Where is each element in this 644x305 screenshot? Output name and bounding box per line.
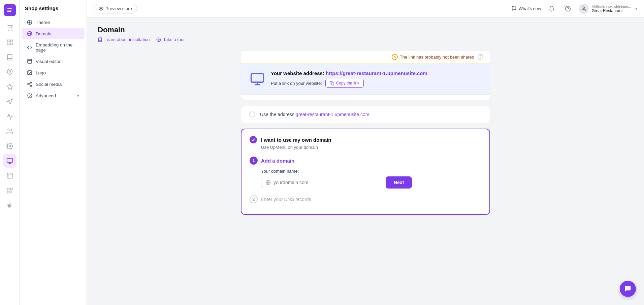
own-domain-check-icon [250, 136, 257, 143]
next-button[interactable]: Next [386, 176, 412, 189]
domain-input-section: Your domain name: Next [261, 169, 481, 189]
use-address-text: Use the address great-restaurant-1.upmen… [260, 112, 369, 117]
nav-icon-users[interactable] [3, 125, 17, 138]
embedding-icon [27, 45, 32, 50]
take-tour-link[interactable]: Take a tour [156, 37, 185, 42]
nav-icon-book[interactable] [3, 50, 17, 64]
top-header: Preview store What's new klkfljiphinnpkj… [87, 0, 644, 18]
own-domain-subtitle: Use UpMenu on your domain [261, 145, 481, 150]
copy-link-button[interactable]: Copy the link [325, 79, 364, 88]
nav-item-theme[interactable]: Theme [22, 16, 85, 28]
nav-icon-analytics[interactable] [3, 110, 17, 123]
svg-marker-37 [158, 39, 160, 40]
svg-rect-17 [10, 188, 12, 190]
copy-icon [330, 81, 334, 86]
own-domain-title: I want to use my own domain [261, 137, 331, 143]
step-1-header: 1 Add a domain [250, 157, 481, 165]
use-address-radio[interactable] [249, 111, 255, 117]
warning-banner: ✕ The link has probably not been shared … [241, 50, 490, 64]
domain-icon [27, 31, 32, 36]
domain-input-label: Your domain name: [261, 169, 481, 174]
user-details: klkfljiphinnpkjlsf@tmm... Great Restaura… [591, 4, 631, 13]
svg-point-24 [29, 72, 29, 72]
nav-icon-rocket[interactable] [3, 199, 17, 212]
warning-help-icon[interactable]: ? [478, 54, 483, 60]
svg-point-30 [29, 95, 30, 96]
svg-point-9 [9, 145, 10, 147]
step-1-number: 1 [250, 157, 258, 165]
svg-line-29 [29, 83, 31, 84]
nav-item-logo[interactable]: Logo [22, 67, 85, 78]
preview-store-button[interactable]: Preview store [94, 4, 137, 13]
svg-point-26 [28, 83, 29, 85]
nav-item-visual-editor[interactable]: Visual editor [22, 56, 85, 67]
svg-rect-16 [7, 188, 9, 190]
chat-bubble-button[interactable] [620, 281, 636, 297]
svg-rect-41 [331, 82, 334, 85]
step-1-section: 1 Add a domain Your domain name: Next [250, 157, 481, 189]
svg-rect-22 [28, 59, 32, 63]
domain-name-input[interactable] [273, 180, 378, 185]
shop-settings-title: Shop settings [20, 5, 87, 16]
social-media-icon [27, 81, 32, 87]
step-2-section: 2 Enter your DNS records [250, 195, 481, 203]
svg-rect-13 [7, 173, 12, 178]
page-subtitle-bar: Learn about installation Take a tour [98, 37, 633, 42]
header-right: What's new klkfljiphinnpkjlsf@tmm... Gre… [511, 3, 637, 14]
svg-point-0 [8, 30, 9, 31]
learn-installation-link[interactable]: Learn about installation [98, 37, 150, 42]
whats-new-button[interactable]: What's new [511, 6, 541, 11]
page-content: Domain Learn about installation Take a t… [87, 18, 644, 305]
nav-icon-star[interactable] [3, 80, 17, 94]
help-button[interactable] [562, 3, 573, 14]
nav-item-social-media[interactable]: Social media [22, 78, 85, 90]
put-link-row: Put a link on your website: Copy the lin… [271, 79, 482, 88]
step-2-title: Enter your DNS records [261, 197, 311, 202]
nav-icon-settings[interactable] [3, 139, 17, 153]
nav-item-embedding[interactable]: Embedding on the page [22, 39, 85, 56]
bell-icon [549, 6, 555, 12]
monitor-icon [249, 71, 265, 87]
question-icon [565, 6, 571, 12]
website-address-content: Your website address: https://great-rest… [271, 70, 482, 88]
domain-input-row: Next [261, 176, 481, 189]
domain-input-wrapper [261, 177, 382, 188]
nav-item-advanced[interactable]: Advanced ▾ [22, 90, 85, 101]
nav-icon-shop-settings[interactable] [3, 154, 17, 168]
nav-icon-megaphone[interactable] [3, 95, 17, 108]
tour-icon [156, 37, 161, 42]
use-address-url[interactable]: great-restaurant-1.upmenusite.com [296, 112, 369, 117]
advanced-icon [27, 93, 32, 98]
user-menu[interactable]: klkfljiphinnpkjlsf@tmm... Great Restaura… [579, 4, 637, 14]
svg-point-1 [11, 30, 12, 31]
svg-point-25 [30, 82, 32, 83]
flag-icon [511, 6, 517, 11]
website-url-link[interactable]: https://great-restaurant-1.upmenusite.co… [326, 70, 427, 76]
user-chevron-icon: ▾ [635, 6, 637, 11]
website-card: ✕ The link has probably not been shared … [241, 50, 490, 100]
visual-editor-icon [27, 59, 32, 64]
own-domain-card: I want to use my own domain Use UpMenu o… [241, 129, 490, 215]
icon-sidebar [0, 0, 20, 305]
svg-rect-18 [7, 191, 9, 193]
step-1-title: Add a domain [261, 158, 294, 164]
eye-icon [99, 6, 103, 11]
nav-icon-location[interactable] [3, 65, 17, 79]
svg-marker-7 [7, 84, 12, 90]
step-2-number: 2 [250, 195, 258, 203]
notifications-button[interactable] [546, 3, 557, 14]
nav-icon-qr[interactable] [3, 184, 17, 197]
svg-rect-2 [7, 40, 9, 42]
nav-icon-menu[interactable] [3, 36, 17, 49]
own-domain-header: I want to use my own domain [250, 136, 481, 143]
logo-icon [27, 70, 32, 75]
svg-rect-10 [7, 159, 12, 163]
svg-rect-38 [251, 73, 264, 82]
book-icon [98, 37, 102, 42]
nav-icon-orders[interactable] [3, 21, 17, 34]
app-logo[interactable] [4, 4, 16, 16]
chat-icon [624, 285, 632, 293]
svg-point-31 [100, 8, 102, 9]
nav-item-domain[interactable]: Domain [22, 28, 85, 39]
nav-icon-layout[interactable] [3, 169, 17, 182]
